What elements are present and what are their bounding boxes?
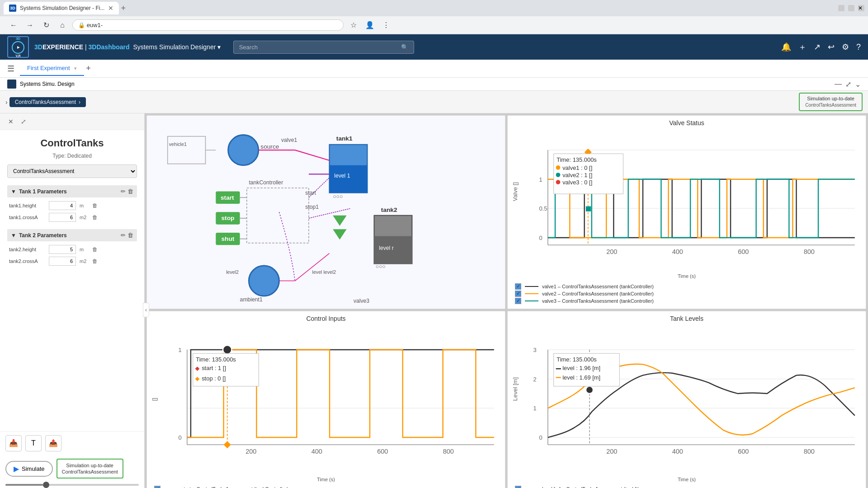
browser-tab[interactable]: 3D Systems Simulation Designer - Fi... ✕: [4, 2, 119, 14]
tank1-cross-unit: m2: [80, 215, 89, 220]
progress-row: [0, 482, 144, 488]
tank1-height-delete-button[interactable]: 🗑: [92, 202, 98, 209]
diagram-svg: source valve1 tank1 level 1 ○○○ tank2: [147, 116, 505, 308]
search-bar[interactable]: 🔍: [233, 41, 414, 54]
expand-panel-button[interactable]: ⤢: [845, 80, 851, 89]
valve2-legend-item: ✓ valve2 – ControlTanksAssessment (tankC…: [515, 291, 859, 297]
valve-status-x-label: Time (s): [508, 272, 866, 282]
panel-type: Type: Dedicated: [7, 153, 137, 159]
svg-text:start: start: [305, 190, 316, 197]
svg-text:Time: 135.000s: Time: 135.000s: [557, 356, 597, 363]
add-icon[interactable]: ＋: [798, 42, 807, 52]
hamburger-menu[interactable]: ☰: [7, 64, 14, 74]
tab-bar: ☰ First Experiment ▾ +: [0, 60, 868, 78]
toolbar-icon3-button[interactable]: 📤: [45, 435, 61, 451]
tank1-cross-input[interactable]: [49, 213, 76, 222]
tab-first-experiment[interactable]: First Experiment ▾: [20, 61, 84, 76]
svg-point-67: [556, 180, 561, 185]
assessment-dropdown[interactable]: ControlTanksAssessment: [7, 164, 137, 178]
breadcrumb-item[interactable]: ControlTanksAssessment ›: [9, 97, 86, 107]
svg-text:200: 200: [606, 248, 617, 255]
tank1-section-label: Tank 1 Parameters: [19, 188, 67, 195]
tank1-cross-delete-button[interactable]: 🗑: [92, 214, 98, 221]
tools-icon[interactable]: ⚙: [842, 42, 849, 52]
tank1-height-input[interactable]: [49, 201, 76, 210]
simulate-button[interactable]: ▶ Simulate: [5, 461, 53, 477]
tank2-cross-delete-button[interactable]: 🗑: [92, 258, 98, 264]
svg-text:200: 200: [245, 447, 256, 455]
minimize-panel-button[interactable]: —: [835, 80, 842, 89]
maximize-button[interactable]: [848, 5, 854, 11]
svg-point-65: [556, 173, 561, 178]
progress-slider[interactable]: [5, 484, 139, 486]
minimize-button[interactable]: [838, 5, 844, 11]
svg-text:Time: 135.000s: Time: 135.000s: [196, 356, 236, 363]
sidebar-close-button[interactable]: ✕: [5, 117, 16, 126]
toolbar-icon2-button[interactable]: T: [25, 435, 42, 451]
valve2-legend-checkbox[interactable]: ✓: [515, 291, 521, 297]
tank-levels-chart-area: Level [m] 0 1 2: [508, 324, 866, 476]
tank1-edit-button[interactable]: ✏: [121, 188, 126, 195]
menu-button[interactable]: ⋮: [380, 19, 392, 32]
valve-status-title: Valve Status: [508, 116, 866, 128]
close-button[interactable]: ✕: [858, 5, 864, 11]
progress-thumb[interactable]: [43, 482, 49, 488]
tank1-collapse-icon[interactable]: ▼: [11, 188, 16, 195]
simulate-row: ▶ Simulate Simulation up-to-date Control…: [0, 455, 144, 483]
search-input[interactable]: [239, 44, 397, 51]
tab-close-button[interactable]: ✕: [108, 5, 113, 12]
tank2-cross-label: tank2.crossA: [9, 258, 45, 264]
app-header: 3D ▶ V,R 3DEXPERIENCE | 3DDashboard Syst…: [0, 34, 868, 60]
valve3-legend-item: ✓ valve3 – ControlTanksAssessment (tankC…: [515, 298, 859, 304]
back-button[interactable]: ←: [7, 19, 20, 32]
tank2-edit-button[interactable]: ✏: [121, 232, 126, 239]
sim-status-btn-line1: Simulation up-to-date: [62, 462, 118, 469]
tank1-level-legend-checkbox[interactable]: ✓: [515, 486, 521, 488]
simulation-status-badge: Simulation up-to-date ControlTanksAssess…: [799, 93, 863, 111]
breadcrumb-toggle-button[interactable]: ›: [5, 99, 8, 106]
refresh-button[interactable]: ↻: [40, 19, 52, 32]
svg-text:Level [m]: Level [m]: [512, 377, 519, 401]
toolbar-icon1-button[interactable]: 📥: [5, 435, 22, 451]
svg-text:level : 1.96 [m]: level : 1.96 [m]: [562, 365, 600, 371]
new-tab-button[interactable]: +: [121, 4, 126, 13]
tank2-height-row: tank2.height m 🗑: [7, 245, 137, 254]
svg-text:400: 400: [672, 447, 683, 455]
tank2-cross-input[interactable]: [49, 257, 76, 266]
start-legend-checkbox[interactable]: ✓: [154, 486, 160, 488]
svg-text:1: 1: [533, 405, 537, 412]
svg-rect-5: [330, 165, 368, 193]
start-legend-item: ✓ start – ControlTanksAssessment (tankCo…: [154, 486, 498, 488]
sidebar-collapse-button[interactable]: ‹: [143, 303, 149, 317]
tank2-collapse-icon[interactable]: ▼: [11, 232, 16, 239]
help-icon[interactable]: ?: [856, 42, 861, 52]
tank1-level-legend-item: ✓ level [m] – ControlTanksAssessment (ta…: [515, 486, 859, 488]
tank1-delete-button[interactable]: 🗑: [127, 188, 133, 195]
collapse-panel-button[interactable]: ⌄: [855, 80, 861, 89]
share-icon[interactable]: ↗: [814, 42, 821, 52]
address-bar[interactable]: 🔒 euw1-: [72, 19, 344, 31]
app-dropdown-button[interactable]: ▾: [217, 43, 221, 51]
bookmark-button[interactable]: ☆: [347, 19, 360, 32]
tank-levels-legend: ✓ level [m] – ControlTanksAssessment (ta…: [508, 484, 866, 488]
tank1-section-title: ▼ Tank 1 Parameters: [11, 188, 67, 195]
address-text: euw1-: [87, 22, 103, 28]
sim-status-button[interactable]: Simulation up-to-date ControlTanksAssess…: [57, 459, 123, 479]
home-button[interactable]: ⌂: [56, 19, 69, 32]
notification-icon[interactable]: 🔔: [781, 42, 791, 52]
svg-text:800: 800: [804, 447, 815, 455]
tank2-section-title: ▼ Tank 2 Parameters: [11, 232, 67, 239]
valve1-legend-checkbox[interactable]: ✓: [515, 283, 521, 290]
tank2-height-input[interactable]: [49, 245, 76, 254]
tank2-delete-button[interactable]: 🗑: [127, 232, 133, 239]
svg-text:ambient1: ambient1: [240, 297, 263, 303]
svg-text:vehicle1: vehicle1: [169, 141, 187, 147]
forward-button[interactable]: →: [24, 19, 36, 32]
add-tab-button[interactable]: +: [86, 64, 91, 73]
collaborate-icon[interactable]: ↩: [828, 42, 835, 52]
breadcrumb-bar: › ControlTanksAssessment › Simulation up…: [0, 91, 868, 113]
sidebar-expand-button[interactable]: ⤢: [18, 117, 29, 126]
tank2-height-delete-button[interactable]: 🗑: [92, 246, 98, 253]
profile-button[interactable]: 👤: [363, 19, 376, 32]
valve3-legend-checkbox[interactable]: ✓: [515, 298, 521, 304]
